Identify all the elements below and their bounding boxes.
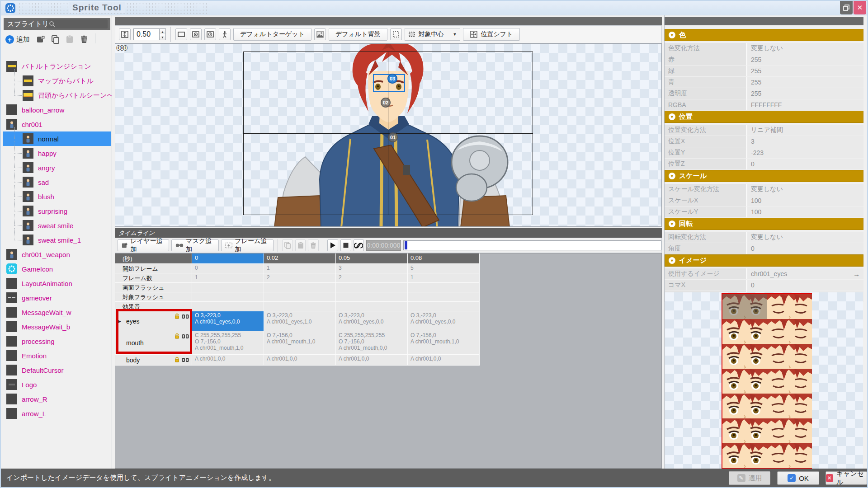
timeline-info-cell[interactable] (192, 283, 264, 292)
fit-view-button[interactable] (119, 28, 131, 40)
ok-button[interactable]: ✓ OK (777, 471, 819, 485)
sprite-sheet-cell-1-0[interactable] (722, 319, 767, 344)
section-header-2[interactable]: ▼スケール (665, 170, 863, 182)
layer-cell-mouth-0.05[interactable]: C 255,255,255,255O 7,-156,0A chr001_mout… (336, 331, 408, 355)
property-value[interactable]: 255 (747, 54, 863, 65)
sprite-tree-item--[interactable]: マップからバトル (3, 74, 111, 88)
property-value[interactable]: 変更しない (747, 184, 863, 195)
center-mode-select[interactable]: 対象中心 ▼ (405, 28, 460, 41)
visibility-goggles-icon[interactable] (182, 333, 189, 340)
sprite-sheet-cell-1-1[interactable] (767, 319, 812, 344)
sprite-tree-item-sweat-smile-1[interactable]: sweat smile_1 (3, 233, 111, 247)
sprite-sheet-cell-0-0[interactable] (722, 294, 767, 319)
property-value[interactable]: 変更しない (747, 232, 863, 243)
layer-label-eyes[interactable]: ▶eyes (115, 311, 192, 331)
timeline-info-cell[interactable]: 1 (192, 273, 264, 283)
sprite-sheet-cell-6-0[interactable] (722, 443, 767, 468)
property-value[interactable]: 255 (747, 88, 863, 99)
layer-cell-mouth-0.08[interactable]: O 7,-156,0A chr001_mouth,1,0 (408, 331, 480, 355)
position-shift-button[interactable]: 位置シフト (463, 28, 520, 41)
spin-down-icon[interactable]: ▼ (160, 34, 165, 40)
property-value[interactable]: 0 (747, 280, 863, 291)
sprite-sheet-cell-3-0[interactable] (722, 369, 767, 394)
sprite-tree-item-chr001-weapon[interactable]: chr001_weapon (3, 247, 111, 262)
sprite-tree-item-balloon-arrow[interactable]: balloon_arrow (3, 103, 111, 117)
layer-cell-body-0.08[interactable]: A chr001,0,0 (408, 355, 480, 366)
open-image-arrow-icon[interactable]: → (853, 270, 860, 278)
timeline-info-cell[interactable] (336, 292, 408, 302)
play-button[interactable] (327, 239, 338, 251)
loop-button[interactable] (354, 239, 364, 251)
layer-cell-eyes-0.05[interactable]: O 3,-223,0A chr001_eyes,0,0 (336, 311, 408, 331)
spin-up-icon[interactable]: ▲ (160, 29, 165, 34)
timeline-info-cell[interactable] (264, 283, 336, 292)
timeline-column-header-0.05[interactable]: 0.05 (336, 253, 408, 264)
add-layer-button[interactable]: レイヤー追加 (118, 239, 169, 251)
timeline-info-cell[interactable] (336, 283, 408, 292)
toggle-target-display-button[interactable] (219, 28, 231, 40)
sprite-sheet-cell-4-1[interactable] (767, 394, 812, 418)
default-target-button[interactable]: デフォルトターゲット (233, 28, 311, 41)
gizmo-handle-eyes[interactable]: 03 (387, 74, 397, 84)
property-value[interactable]: -223 (747, 147, 863, 158)
sprite-tree-item-blush[interactable]: blush (3, 189, 111, 204)
zoom-input[interactable]: 0.50 (133, 28, 160, 40)
toggle-frame-number-button[interactable] (204, 28, 216, 40)
expand-arrow-icon[interactable]: ▶ (118, 319, 121, 324)
sprite-tree-item-gameover[interactable]: gameover (3, 291, 111, 305)
restore-window-button[interactable] (840, 1, 853, 14)
sprite-tree-item-emotion[interactable]: Emotion (3, 348, 111, 363)
sprite-tree-item-normal[interactable]: normal (3, 131, 111, 146)
sprite-tree-item-chr001[interactable]: chr001 (3, 117, 111, 131)
sprite-tree-item-messagewait-w[interactable]: MessageWait_w (3, 305, 111, 319)
timeline-info-cell[interactable]: 3 (336, 264, 408, 273)
sprite-sheet-cell-3-1[interactable] (767, 369, 812, 394)
property-value[interactable]: chr001_eyes→ (747, 268, 863, 279)
cancel-button[interactable]: ✕ キャンセル (826, 471, 867, 485)
section-header-1[interactable]: ▼位置 (665, 111, 863, 123)
timeline-column-header-0.08[interactable]: 0.08 (408, 253, 480, 264)
sprite-tree-item--[interactable]: バトルトランジション (3, 59, 111, 74)
background-image-button[interactable] (314, 28, 326, 40)
sprite-sheet-cell-5-0[interactable] (722, 418, 767, 443)
property-value[interactable]: 3 (747, 136, 863, 147)
sprite-tree-item-layoutanimation[interactable]: LayoutAnimation (3, 276, 111, 291)
property-value[interactable]: 100 (747, 195, 863, 206)
sprite-tree-item-arrow-l[interactable]: arrow_L (3, 406, 111, 421)
visibility-goggles-icon[interactable] (182, 314, 189, 320)
delete-frame-button[interactable] (308, 239, 319, 251)
timeline-info-cell[interactable]: 2 (336, 273, 408, 283)
paste-sprite-button[interactable] (64, 34, 75, 45)
sprite-sheet-cell-5-1[interactable] (767, 418, 812, 443)
sprite-search-input[interactable] (47, 19, 108, 28)
property-value[interactable]: 100 (747, 206, 863, 217)
stop-button[interactable] (340, 239, 351, 251)
timeline-info-cell[interactable] (192, 292, 264, 302)
paste-frame-button[interactable] (295, 239, 306, 251)
sprite-tree-item-sweat-smile[interactable]: sweat smile (3, 218, 111, 233)
timeline-info-cell[interactable] (336, 302, 408, 311)
layer-label-body[interactable]: body (115, 355, 192, 366)
sprite-sheet-cell-0-1[interactable] (767, 294, 812, 319)
timeline-column-header-0[interactable]: 0 (192, 253, 264, 264)
unlock-icon[interactable] (174, 357, 180, 364)
gizmo-handle-body[interactable]: 01 (388, 132, 398, 142)
sprite-tree-item-happy[interactable]: happy (3, 146, 111, 160)
sprite-tree-item-processing[interactable]: processing (3, 334, 111, 348)
timeline-column-header-0.02[interactable]: 0.02 (264, 253, 336, 264)
timeline-info-cell[interactable] (408, 302, 480, 311)
copy-frame-button[interactable] (282, 239, 293, 251)
playhead-marker[interactable] (405, 241, 407, 249)
toggle-frame-border-button[interactable] (175, 28, 187, 40)
visibility-goggles-icon[interactable] (182, 357, 189, 364)
unlock-icon[interactable] (174, 333, 180, 340)
timeline-scrubber[interactable] (403, 240, 661, 250)
toggle-multi-frame-button[interactable] (190, 28, 202, 40)
layer-cell-body-0.02[interactable]: A chr001,0,0 (264, 355, 336, 366)
timeline-info-cell[interactable]: 0 (192, 264, 264, 273)
timeline-info-cell[interactable]: 1 (408, 273, 480, 283)
delete-sprite-button[interactable] (79, 34, 90, 45)
zoom-spinner[interactable]: ▲▼ (160, 28, 166, 40)
add-frame-button[interactable]: フレーム追加 (221, 239, 274, 251)
add-mask-button[interactable]: マスク追加 (171, 239, 219, 251)
